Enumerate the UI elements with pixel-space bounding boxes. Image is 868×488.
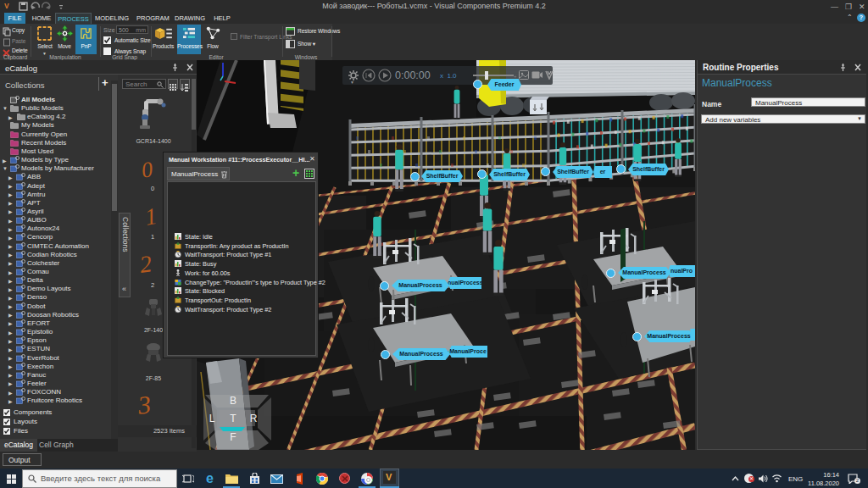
svg-text:B: B — [230, 395, 236, 407]
svg-text:R: R — [250, 413, 258, 424]
svg-text:F: F — [230, 431, 236, 443]
svg-text:L: L — [209, 413, 215, 424]
svg-text:T: T — [230, 413, 236, 424]
